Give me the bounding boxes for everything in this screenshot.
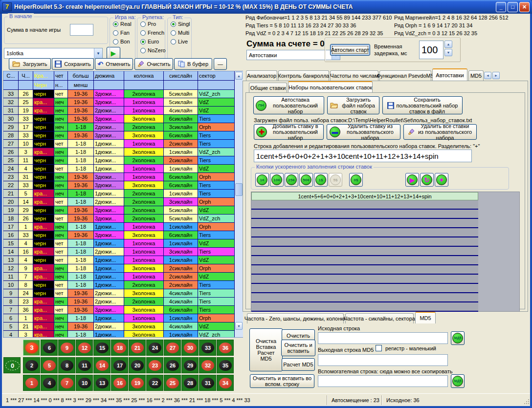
table-row[interactable]: 521кра...неч19-362дюжи...3колонка4сиклай… xyxy=(3,322,243,331)
remove-all-bets-button[interactable]: Удалить все ставки из пользовательского … xyxy=(403,124,477,140)
board-number-cell-17[interactable]: 17 xyxy=(111,357,128,373)
board-number-cell-5[interactable]: 5 xyxy=(41,357,58,373)
start-sum-input[interactable] xyxy=(70,24,93,36)
table-row[interactable]: 1416кра...чет1-182дюжи...1колонка3сиклай… xyxy=(3,248,243,256)
tab-Частоты по числам[interactable]: Частоты по числам xyxy=(330,70,378,81)
board-number-cell-25[interactable]: 25 xyxy=(164,375,181,391)
board-zero-cell[interactable]: 0 xyxy=(3,357,21,373)
md5-calc-source-button[interactable]: МД5 xyxy=(451,331,465,345)
table-row[interactable]: 736кра...чет19-363дюжи...3колонка6сиклай… xyxy=(3,306,243,314)
table-row[interactable]: 3033черннеч19-363дюжи...3колонка6сиклайн… xyxy=(3,115,243,123)
tab-Автоставки[interactable]: Автоставки xyxy=(432,68,467,81)
table-row[interactable]: 2511черннеч1-181дюжи...2колонка2сиклайнT… xyxy=(3,156,243,165)
bet-list-row[interactable] xyxy=(251,265,478,275)
tab-scroll-right-icon[interactable]: ► xyxy=(492,72,500,79)
table-row[interactable]: 244чернчет1-181дюжи...1колонка1сиклайнVd… xyxy=(3,165,243,173)
board-number-cell-24[interactable]: 24 xyxy=(146,340,163,356)
radio-Singl[interactable]: Singl xyxy=(171,21,191,27)
board-number-cell-1[interactable]: 1 xyxy=(23,375,40,391)
bet-list-row[interactable] xyxy=(251,228,478,237)
board-number-cell-4[interactable]: 4 xyxy=(41,375,58,391)
chevron-down-icon[interactable]: ▼ xyxy=(94,48,102,58)
table-row[interactable]: 1633черннеч19-363дюжи...3колонка6сиклайн… xyxy=(3,231,243,239)
board-number-cell-6[interactable]: 6 xyxy=(41,340,58,356)
bet-list-row[interactable] xyxy=(251,219,478,228)
tab-Анализатор[interactable]: Анализатор xyxy=(246,70,277,81)
toolbar-button-5[interactable]: В буфер xyxy=(174,58,212,70)
radio-Multi[interactable]: Multi xyxy=(171,30,191,36)
board-number-cell-32[interactable]: 32 xyxy=(199,357,216,373)
board-number-cell-3[interactable]: 3 xyxy=(23,340,40,356)
radio-Bon[interactable]: Bon xyxy=(113,39,135,44)
board-number-cell-12[interactable]: 12 xyxy=(76,340,93,356)
board-number-cell-13[interactable]: 13 xyxy=(93,375,111,391)
delay-stepper[interactable]: ▲ ▼ xyxy=(444,41,452,56)
board-number-cell-9[interactable]: 9 xyxy=(58,340,75,356)
radio-French[interactable]: French xyxy=(140,30,165,36)
remove-bet-button[interactable]: ▬ Удалить ставку из пользовательского на… xyxy=(327,124,400,140)
load-set-file-button[interactable]: Загрузить файл набора ставок xyxy=(327,96,379,114)
radio-Euro[interactable]: Euro xyxy=(140,39,165,44)
table-row[interactable]: 263кра...неч1-181дюжи...3колонка1сиклайн… xyxy=(3,148,243,156)
table-row[interactable]: 924чернчет19-362дюжи...3колонка4сиклайнT… xyxy=(3,289,243,298)
bet-string-input[interactable] xyxy=(254,150,472,162)
toolbar-button-2[interactable]: Сохранить xyxy=(52,58,94,70)
table-row[interactable]: 1826чернчет19-363дюжи...2колонка5сиклайн… xyxy=(3,215,243,223)
board-number-cell-23[interactable]: 23 xyxy=(146,357,163,373)
toolbar-button-3[interactable]: ↶Отменить xyxy=(95,58,133,70)
board-number-cell-20[interactable]: 20 xyxy=(129,357,146,373)
radio-Live[interactable]: Live xyxy=(171,39,191,44)
scrollbar-thumb[interactable] xyxy=(235,183,243,196)
table-row[interactable]: 2233черннеч19-363дюжи...3колонка6сиклайн… xyxy=(3,181,243,190)
scroll-up-icon[interactable]: ▲ xyxy=(235,72,243,80)
chip-button-0$[interactable]: 0$ xyxy=(349,173,363,187)
board-number-cell-34[interactable]: 34 xyxy=(217,375,234,391)
board-number-cell-22[interactable]: 22 xyxy=(146,375,163,391)
toolbar-button-6[interactable]: — xyxy=(214,58,227,70)
maximize-button[interactable]: □ xyxy=(508,2,518,12)
radio-Fan[interactable]: Fan xyxy=(113,30,135,36)
spinner-up-icon[interactable]: ▲ xyxy=(444,41,452,48)
table-row[interactable]: 3225кра...неч19-363дюжи...1колонка5сикла… xyxy=(3,98,243,107)
table-row[interactable]: 117кра...неч1-181дюжи...1колонка2сиклайн… xyxy=(3,273,243,281)
chip-button-1¢[interactable]: 1¢ xyxy=(255,173,269,187)
bet-list-row[interactable] xyxy=(251,275,478,284)
board-number-cell-31[interactable]: 31 xyxy=(199,375,216,391)
md5-clear-paste-calc-button[interactable]: Очистка Вставка Расчет MD5 xyxy=(249,328,283,371)
title-bar[interactable]: 7 HelperRoullet 5.3- create helperroulle… xyxy=(0,0,532,14)
table-row[interactable]: 43кра...неч1-181дюжи...3колонка1сиклайнV… xyxy=(3,331,243,338)
spins-table[interactable]: С...Ч...Кра...четбольшдюжинаколонкасиксл… xyxy=(3,71,243,338)
radio-Pro[interactable]: Pro xyxy=(140,21,165,27)
add-bet-button[interactable]: ✚ Добавить ставку в пользовательский наб… xyxy=(254,124,324,140)
table-row[interactable]: 1929черннеч19-363дюжи...2колонка5сиклайн… xyxy=(3,206,243,215)
autospin-start-button[interactable]: Автоспин старт xyxy=(330,44,370,56)
board-number-cell-8[interactable]: 8 xyxy=(58,357,75,373)
board-number-cell-33[interactable]: 33 xyxy=(199,340,216,356)
chip-action-shuffle-button[interactable]: ✦ xyxy=(435,173,448,187)
bet-list-row[interactable] xyxy=(251,302,478,312)
chip-button-10¢[interactable]: 10¢ xyxy=(270,173,284,187)
board-number-cell-36[interactable]: 36 xyxy=(217,340,234,356)
board-number-cell-18[interactable]: 18 xyxy=(111,340,128,356)
tab-MD5[interactable]: MD5 xyxy=(468,70,484,81)
spinner-down-icon[interactable]: ▼ xyxy=(444,49,452,56)
board-number-cell-35[interactable]: 35 xyxy=(217,357,234,373)
board-number-cell-7[interactable]: 7 xyxy=(58,375,75,391)
case-checkbox[interactable] xyxy=(376,345,382,351)
md5-source-input[interactable] xyxy=(318,332,448,344)
table-row[interactable]: 154чернчет1-181дюжи...1колонка1сиклайнVd… xyxy=(3,239,243,248)
table-row[interactable]: 171кра...неч1-181дюжи...1колонка1сиклайн… xyxy=(3,223,243,231)
scroll-down-icon[interactable]: ▼ xyxy=(235,322,243,330)
bet-list-row[interactable] xyxy=(251,247,478,256)
chip-action-repeat-button[interactable]: ↻ xyxy=(420,173,434,187)
table-row[interactable]: 3119кра...неч19-362дюжи...1колонка4сикла… xyxy=(3,107,243,115)
preset-combo[interactable]: 1slotka ▼ xyxy=(4,48,103,59)
board-number-cell-28[interactable]: 28 xyxy=(181,375,199,391)
md5-aux-input[interactable] xyxy=(318,375,448,387)
close-button[interactable]: ✕ xyxy=(519,2,530,12)
board-number-cell-26[interactable]: 26 xyxy=(164,357,181,373)
table-scrollbar[interactable]: ▲ ▼ xyxy=(235,71,243,337)
table-row[interactable]: 134чернчет1-181дюжи...1колонка1сиклайнVd… xyxy=(3,256,243,264)
autobet-user-set-button[interactable]: ПН Автоставка пользовательский набор xyxy=(253,96,324,114)
board-number-cell-14[interactable]: 14 xyxy=(93,357,111,373)
